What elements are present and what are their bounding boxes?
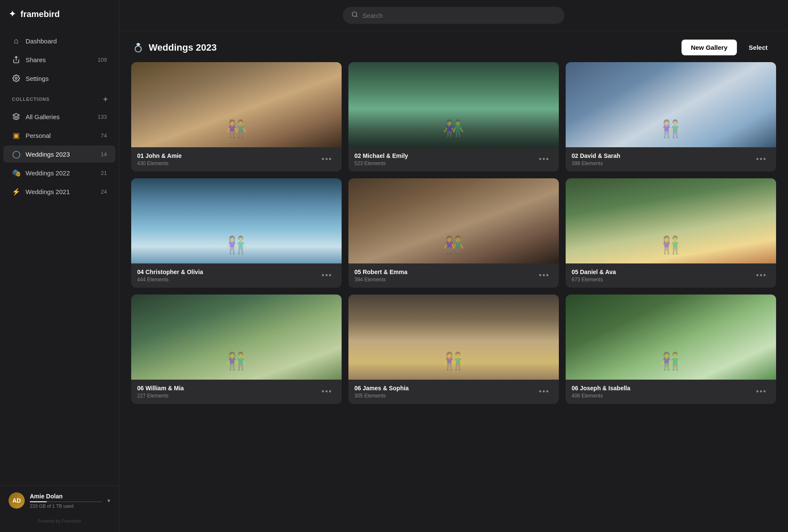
photo-overlay: 👫 [131,178,342,263]
gallery-more-button[interactable]: ••• [753,269,770,282]
page-title: Weddings 2023 [149,42,217,53]
gallery-thumbnail: 👫 [131,178,342,263]
search-icon [351,11,358,20]
sidebar-item-dashboard[interactable]: Dashboard [3,32,115,49]
photo-overlay: 👫 [131,62,342,147]
gallery-card-text: 06 William & Mia 227 Elements [137,385,318,399]
gallery-thumbnail: 👫 [131,295,342,380]
page-title-area: 💍 Weddings 2023 [133,42,217,53]
gallery-thumbnail: 👫 [348,295,559,380]
gallery-more-button[interactable]: ••• [753,153,770,166]
gallery-card-count: 227 Elements [137,393,318,399]
gallery-more-button[interactable]: ••• [318,269,336,282]
sidebar-item-weddings-2022[interactable]: 🎭 Weddings 2022 21 [3,164,115,181]
gallery-card[interactable]: 👫 01 John & Amie 430 Elements ••• [131,62,342,172]
settings-label: Settings [26,75,49,82]
gallery-card-title: 05 Robert & Emma [354,269,535,275]
gallery-card-info: 02 David & Sarah 399 Elements ••• [566,147,776,172]
gallery-card-info: 06 Joseph & Isabella 406 Elements ••• [566,380,776,404]
sidebar-item-weddings-2023[interactable]: ◯ Weddings 2023 14 [3,146,115,163]
gallery-card-title: 01 John & Amie [137,152,318,159]
photo-overlay: 👫 [131,295,342,380]
svg-marker-2 [13,114,20,117]
gallery-card-info: 06 William & Mia 227 Elements ••• [131,380,342,404]
gallery-thumbnail: 👫 [131,62,342,147]
gallery-content: 👫 01 John & Amie 430 Elements ••• 👫 02 M… [119,62,788,532]
sidebar: ✦ framebird Dashboard Shares 109 Setting… [0,0,119,532]
gallery-card-count: 394 Elements [354,277,535,283]
gallery-grid: 👫 01 John & Amie 430 Elements ••• 👫 02 M… [131,62,776,404]
gallery-thumbnail: 👫 [348,62,559,147]
search-bar[interactable] [343,7,564,24]
weddings-2023-count: 14 [101,151,107,157]
personal-icon: ▣ [12,131,20,140]
shares-icon [12,55,20,64]
sidebar-item-shares[interactable]: Shares 109 [3,51,115,68]
gallery-card-title: 06 Joseph & Isabella [572,385,753,392]
settings-icon [12,74,20,83]
user-area[interactable]: AD Amie Dolan 233 GB of 1 TB used ▾ [0,485,119,515]
powered-by: Powered by Framebird [0,515,119,523]
svg-line-4 [356,16,357,17]
gallery-card-title: 06 William & Mia [137,385,318,392]
gallery-more-button[interactable]: ••• [318,153,336,166]
sidebar-item-weddings-2021[interactable]: ⚡ Weddings 2021 24 [3,183,115,200]
gallery-card[interactable]: 👫 02 David & Sarah 399 Elements ••• [566,62,776,172]
photo-overlay: 👫 [566,178,776,263]
gallery-more-button[interactable]: ••• [535,269,553,282]
gallery-card-title: 02 Michael & Emily [354,152,535,159]
storage-bar-fill [30,501,47,502]
gallery-more-button[interactable]: ••• [535,153,553,166]
gallery-card-count: 430 Elements [137,160,318,166]
user-info: Amie Dolan 233 GB of 1 TB used [30,493,102,509]
gallery-card-count: 399 Elements [572,160,753,166]
add-collection-button[interactable]: + [101,94,110,104]
home-icon [12,37,20,45]
personal-count: 74 [101,132,107,139]
weddings-2023-icon: ◯ [12,150,20,158]
gallery-more-button[interactable]: ••• [535,386,553,398]
gallery-card[interactable]: 👫 05 Daniel & Ava 673 Elements ••• [566,178,776,288]
couple-silhouette: 👫 [443,235,464,255]
sidebar-item-personal[interactable]: ▣ Personal 74 [3,127,115,144]
gallery-card-title: 04 Christopher & Olivia [137,269,318,275]
gallery-card[interactable]: 👫 05 Robert & Emma 394 Elements ••• [348,178,559,288]
gallery-card-info: 06 James & Sophia 305 Elements ••• [348,380,559,404]
weddings-2023-label: Weddings 2023 [26,151,70,158]
user-name: Amie Dolan [30,493,102,500]
gallery-card[interactable]: 👫 04 Christopher & Olivia 444 Elements •… [131,178,342,288]
gallery-card[interactable]: 👫 06 William & Mia 227 Elements ••• [131,295,342,404]
gallery-thumbnail: 👫 [566,178,776,263]
select-button[interactable]: Select [742,40,774,55]
couple-silhouette: 👫 [226,235,247,255]
couple-silhouette: 👫 [660,119,682,139]
shares-label: Shares [26,56,46,63]
gallery-card-title: 06 James & Sophia [354,385,535,392]
gallery-card-text: 02 David & Sarah 399 Elements [572,152,753,166]
photo-overlay: 👫 [566,295,776,380]
gallery-card-text: 05 Daniel & Ava 673 Elements [572,269,753,283]
gallery-card-count: 305 Elements [354,393,535,399]
all-galleries-label: All Galleries [26,113,60,120]
search-input[interactable] [362,12,556,19]
gallery-card-text: 05 Robert & Emma 394 Elements [354,269,535,283]
gallery-card[interactable]: 👫 06 Joseph & Isabella 406 Elements ••• [566,295,776,404]
gallery-card-info: 05 Robert & Emma 394 Elements ••• [348,263,559,288]
weddings-2021-icon: ⚡ [12,187,20,196]
gallery-card[interactable]: 👫 06 James & Sophia 305 Elements ••• [348,295,559,404]
new-gallery-button[interactable]: New Gallery [682,40,737,55]
sidebar-item-all-galleries[interactable]: All Galleries 133 [3,108,115,125]
avatar-initials: AD [12,497,21,504]
page-title-icon: 💍 [133,43,144,53]
gallery-more-button[interactable]: ••• [753,386,770,398]
svg-point-3 [352,12,357,17]
sidebar-item-settings[interactable]: Settings [3,70,115,87]
chevron-down-icon[interactable]: ▾ [107,497,110,504]
gallery-more-button[interactable]: ••• [318,386,336,398]
couple-silhouette: 👫 [443,119,464,139]
gallery-card-text: 06 Joseph & Isabella 406 Elements [572,385,753,399]
gallery-card[interactable]: 👫 02 Michael & Emily 523 Elements ••• [348,62,559,172]
gallery-card-info: 05 Daniel & Ava 673 Elements ••• [566,263,776,288]
gallery-thumbnail: 👫 [566,295,776,380]
gallery-card-count: 673 Elements [572,277,753,283]
